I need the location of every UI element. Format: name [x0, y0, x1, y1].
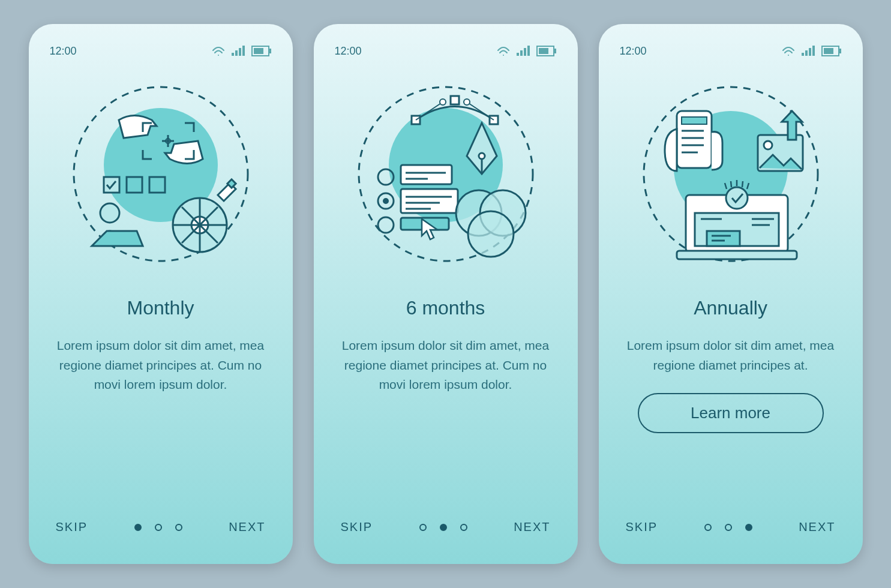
footer-nav: SKIP NEXT — [50, 520, 272, 540]
svg-rect-20 — [527, 46, 530, 56]
skip-button[interactable]: SKIP — [56, 520, 88, 534]
svg-rect-18 — [520, 50, 523, 56]
svg-rect-56 — [839, 49, 841, 53]
page-indicator — [419, 524, 467, 531]
dot-3[interactable] — [175, 524, 182, 531]
svg-point-9 — [100, 203, 119, 223]
clock: 12:00 — [620, 45, 647, 58]
signal-icon — [516, 46, 530, 56]
dot-1[interactable] — [419, 524, 427, 531]
dot-3[interactable] — [460, 524, 467, 531]
next-button[interactable]: NEXT — [799, 520, 835, 534]
signal-icon — [231, 46, 245, 56]
status-icons — [782, 46, 842, 56]
clock: 12:00 — [50, 45, 77, 58]
status-icons — [497, 46, 557, 56]
svg-rect-30 — [451, 96, 459, 104]
svg-rect-3 — [242, 46, 245, 56]
footer-nav: SKIP NEXT — [620, 520, 842, 540]
svg-point-68 — [726, 187, 748, 209]
dot-2[interactable] — [725, 524, 732, 531]
svg-point-38 — [378, 217, 394, 233]
svg-point-26 — [479, 153, 485, 159]
svg-rect-10 — [104, 177, 119, 193]
svg-rect-53 — [812, 46, 815, 56]
svg-rect-2 — [239, 48, 241, 56]
wifi-icon — [497, 46, 510, 56]
learn-more-button[interactable]: Learn more — [638, 393, 824, 433]
svg-rect-55 — [824, 48, 833, 54]
status-bar: 12:00 — [50, 42, 272, 60]
svg-rect-17 — [517, 53, 519, 56]
onboarding-screen-6months: 12:00 — [314, 24, 578, 564]
svg-point-49 — [468, 211, 514, 257]
page-indicator — [134, 524, 182, 531]
battery-icon — [821, 46, 842, 56]
svg-rect-39 — [401, 165, 452, 184]
screen-description: Lorem ipsum dolor sit dim amet, mea regi… — [50, 336, 272, 395]
page-indicator — [704, 524, 752, 531]
wifi-icon — [212, 46, 225, 56]
signal-icon — [801, 46, 815, 56]
svg-rect-1 — [235, 50, 238, 56]
svg-rect-23 — [554, 49, 556, 53]
status-bar: 12:00 — [620, 42, 842, 60]
dot-2[interactable] — [155, 524, 162, 531]
dot-1[interactable] — [704, 524, 712, 531]
status-icons — [212, 46, 272, 56]
screen-title: Monthly — [50, 297, 272, 319]
svg-point-76 — [764, 141, 772, 149]
svg-rect-6 — [269, 49, 271, 53]
svg-point-37 — [383, 198, 389, 204]
svg-rect-70 — [682, 117, 707, 124]
svg-rect-50 — [802, 53, 804, 56]
dot-2[interactable] — [440, 524, 447, 531]
svg-rect-22 — [539, 48, 548, 54]
screen-title: 6 months — [335, 297, 557, 319]
next-button[interactable]: NEXT — [229, 520, 265, 534]
next-button[interactable]: NEXT — [514, 520, 550, 534]
svg-rect-5 — [254, 48, 263, 54]
battery-icon — [251, 46, 272, 56]
dot-1[interactable] — [134, 524, 142, 531]
screen-description: Lorem ipsum dolor sit dim amet, mea regi… — [620, 336, 842, 375]
onboarding-screen-monthly: 12:00 — [29, 24, 293, 564]
illustration-annually — [620, 72, 842, 276]
wifi-icon — [782, 46, 795, 56]
svg-rect-0 — [232, 53, 234, 56]
screen-title: Annually — [620, 297, 842, 319]
illustration-6months — [335, 72, 557, 276]
dot-3[interactable] — [745, 524, 752, 531]
screen-description: Lorem ipsum dolor sit dim amet, mea regi… — [335, 336, 557, 395]
skip-button[interactable]: SKIP — [341, 520, 373, 534]
svg-rect-52 — [809, 48, 811, 56]
status-bar: 12:00 — [335, 42, 557, 60]
svg-point-34 — [464, 99, 470, 105]
clock: 12:00 — [335, 45, 362, 58]
svg-rect-60 — [677, 251, 797, 259]
battery-icon — [536, 46, 557, 56]
footer-nav: SKIP NEXT — [335, 520, 557, 540]
svg-point-33 — [440, 99, 446, 105]
svg-rect-51 — [805, 50, 808, 56]
svg-rect-19 — [524, 48, 526, 56]
svg-rect-62 — [707, 231, 740, 246]
onboarding-screen-annually: 12:00 — [599, 24, 863, 564]
illustration-monthly — [50, 72, 272, 276]
skip-button[interactable]: SKIP — [626, 520, 658, 534]
